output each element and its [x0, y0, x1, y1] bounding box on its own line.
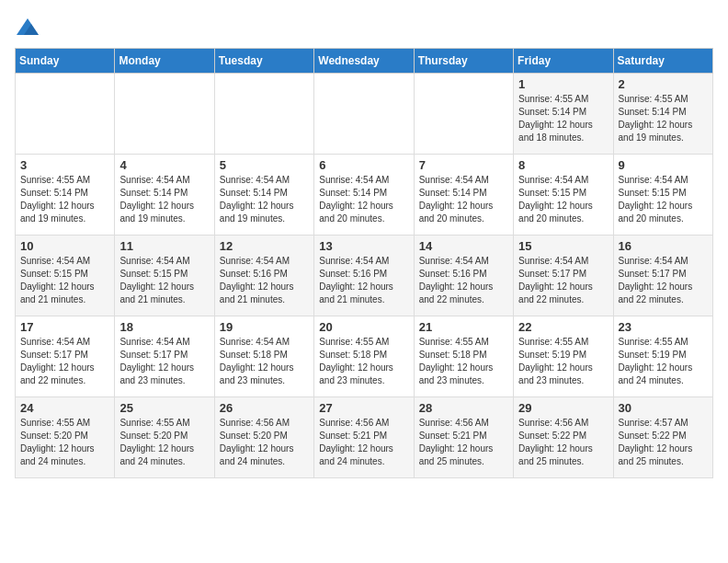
day-number: 22: [518, 320, 608, 334]
day-cell: 12Sunrise: 4:54 AM Sunset: 5:16 PM Dayli…: [214, 236, 313, 316]
day-cell: 23Sunrise: 4:55 AM Sunset: 5:19 PM Dayli…: [613, 316, 712, 397]
day-cell: 7Sunrise: 4:54 AM Sunset: 5:14 PM Daylig…: [414, 155, 513, 236]
calendar-body: 1Sunrise: 4:55 AM Sunset: 5:14 PM Daylig…: [16, 74, 713, 478]
day-cell: 29Sunrise: 4:56 AM Sunset: 5:22 PM Dayli…: [514, 397, 613, 478]
day-info: Sunrise: 4:56 AM Sunset: 5:20 PM Dayligh…: [220, 417, 309, 468]
day-number: 30: [619, 401, 708, 415]
day-info: Sunrise: 4:55 AM Sunset: 5:19 PM Dayligh…: [619, 336, 708, 387]
day-cell: 19Sunrise: 4:54 AM Sunset: 5:18 PM Dayli…: [214, 316, 313, 397]
header-day-saturday: Saturday: [613, 49, 712, 74]
day-number: 6: [319, 158, 408, 172]
day-cell: 17Sunrise: 4:54 AM Sunset: 5:17 PM Dayli…: [16, 316, 115, 397]
day-info: Sunrise: 4:55 AM Sunset: 5:20 PM Dayligh…: [119, 417, 209, 468]
day-cell: [314, 74, 414, 155]
day-info: Sunrise: 4:54 AM Sunset: 5:16 PM Dayligh…: [419, 255, 508, 306]
week-row-4: 24Sunrise: 4:55 AM Sunset: 5:20 PM Dayli…: [16, 397, 713, 478]
day-number: 28: [419, 401, 508, 415]
day-info: Sunrise: 4:55 AM Sunset: 5:14 PM Dayligh…: [518, 93, 608, 144]
day-info: Sunrise: 4:54 AM Sunset: 5:15 PM Dayligh…: [20, 255, 109, 306]
day-number: 24: [20, 401, 109, 415]
day-cell: 3Sunrise: 4:55 AM Sunset: 5:14 PM Daylig…: [16, 155, 115, 236]
day-cell: [115, 74, 214, 155]
day-number: 26: [220, 401, 309, 415]
day-number: 27: [319, 401, 408, 415]
day-number: 21: [419, 320, 508, 334]
day-info: Sunrise: 4:54 AM Sunset: 5:15 PM Dayligh…: [619, 174, 708, 225]
day-info: Sunrise: 4:54 AM Sunset: 5:15 PM Dayligh…: [518, 174, 608, 225]
day-number: 14: [419, 239, 508, 253]
header-day-monday: Monday: [115, 49, 214, 74]
header-day-wednesday: Wednesday: [314, 49, 414, 74]
day-cell: 20Sunrise: 4:55 AM Sunset: 5:18 PM Dayli…: [314, 316, 414, 397]
day-number: 13: [319, 239, 408, 253]
day-info: Sunrise: 4:55 AM Sunset: 5:14 PM Dayligh…: [20, 174, 109, 225]
day-cell: 6Sunrise: 4:54 AM Sunset: 5:14 PM Daylig…: [314, 155, 414, 236]
day-cell: [414, 74, 513, 155]
day-info: Sunrise: 4:54 AM Sunset: 5:14 PM Dayligh…: [419, 174, 508, 225]
day-info: Sunrise: 4:54 AM Sunset: 5:17 PM Dayligh…: [119, 336, 209, 387]
week-row-2: 10Sunrise: 4:54 AM Sunset: 5:15 PM Dayli…: [16, 236, 713, 316]
day-info: Sunrise: 4:55 AM Sunset: 5:19 PM Dayligh…: [518, 336, 608, 387]
logo: [15, 15, 44, 40]
day-cell: 8Sunrise: 4:54 AM Sunset: 5:15 PM Daylig…: [514, 155, 613, 236]
day-cell: 9Sunrise: 4:54 AM Sunset: 5:15 PM Daylig…: [613, 155, 712, 236]
day-cell: 4Sunrise: 4:54 AM Sunset: 5:14 PM Daylig…: [115, 155, 214, 236]
header: [15, 15, 713, 40]
day-info: Sunrise: 4:55 AM Sunset: 5:18 PM Dayligh…: [319, 336, 408, 387]
header-day-tuesday: Tuesday: [214, 49, 313, 74]
logo-icon: [15, 15, 40, 40]
day-info: Sunrise: 4:54 AM Sunset: 5:17 PM Dayligh…: [619, 255, 708, 306]
day-cell: 13Sunrise: 4:54 AM Sunset: 5:16 PM Dayli…: [314, 236, 414, 316]
day-cell: 15Sunrise: 4:54 AM Sunset: 5:17 PM Dayli…: [514, 236, 613, 316]
day-cell: 2Sunrise: 4:55 AM Sunset: 5:14 PM Daylig…: [613, 74, 712, 155]
week-row-0: 1Sunrise: 4:55 AM Sunset: 5:14 PM Daylig…: [16, 74, 713, 155]
day-info: Sunrise: 4:55 AM Sunset: 5:18 PM Dayligh…: [419, 336, 508, 387]
day-cell: 18Sunrise: 4:54 AM Sunset: 5:17 PM Dayli…: [115, 316, 214, 397]
day-info: Sunrise: 4:57 AM Sunset: 5:22 PM Dayligh…: [619, 417, 708, 468]
day-info: Sunrise: 4:54 AM Sunset: 5:18 PM Dayligh…: [220, 336, 309, 387]
day-number: 10: [20, 239, 109, 253]
day-cell: 5Sunrise: 4:54 AM Sunset: 5:14 PM Daylig…: [214, 155, 313, 236]
day-cell: 27Sunrise: 4:56 AM Sunset: 5:21 PM Dayli…: [314, 397, 414, 478]
day-cell: [214, 74, 313, 155]
day-number: 19: [220, 320, 309, 334]
header-row: SundayMondayTuesdayWednesdayThursdayFrid…: [16, 49, 713, 74]
day-cell: 28Sunrise: 4:56 AM Sunset: 5:21 PM Dayli…: [414, 397, 513, 478]
day-cell: 21Sunrise: 4:55 AM Sunset: 5:18 PM Dayli…: [414, 316, 513, 397]
day-cell: 25Sunrise: 4:55 AM Sunset: 5:20 PM Dayli…: [115, 397, 214, 478]
day-number: 12: [220, 239, 309, 253]
header-day-friday: Friday: [514, 49, 613, 74]
week-row-3: 17Sunrise: 4:54 AM Sunset: 5:17 PM Dayli…: [16, 316, 713, 397]
day-info: Sunrise: 4:54 AM Sunset: 5:16 PM Dayligh…: [220, 255, 309, 306]
day-cell: 30Sunrise: 4:57 AM Sunset: 5:22 PM Dayli…: [613, 397, 712, 478]
day-number: 29: [518, 401, 608, 415]
day-number: 17: [20, 320, 109, 334]
calendar-header: SundayMondayTuesdayWednesdayThursdayFrid…: [16, 49, 713, 74]
day-number: 5: [220, 158, 309, 172]
day-cell: 16Sunrise: 4:54 AM Sunset: 5:17 PM Dayli…: [613, 236, 712, 316]
day-info: Sunrise: 4:54 AM Sunset: 5:17 PM Dayligh…: [518, 255, 608, 306]
day-number: 1: [518, 77, 608, 91]
day-number: 11: [119, 239, 209, 253]
day-info: Sunrise: 4:54 AM Sunset: 5:14 PM Dayligh…: [119, 174, 209, 225]
day-number: 23: [619, 320, 708, 334]
day-info: Sunrise: 4:55 AM Sunset: 5:20 PM Dayligh…: [20, 417, 109, 468]
day-number: 7: [419, 158, 508, 172]
day-number: 8: [518, 158, 608, 172]
header-day-thursday: Thursday: [414, 49, 513, 74]
calendar-table: SundayMondayTuesdayWednesdayThursdayFrid…: [15, 48, 713, 478]
day-number: 4: [119, 158, 209, 172]
day-number: 16: [619, 239, 708, 253]
day-number: 15: [518, 239, 608, 253]
day-cell: 10Sunrise: 4:54 AM Sunset: 5:15 PM Dayli…: [16, 236, 115, 316]
day-number: 20: [319, 320, 408, 334]
day-info: Sunrise: 4:54 AM Sunset: 5:15 PM Dayligh…: [119, 255, 209, 306]
header-day-sunday: Sunday: [16, 49, 115, 74]
day-cell: 1Sunrise: 4:55 AM Sunset: 5:14 PM Daylig…: [514, 74, 613, 155]
day-info: Sunrise: 4:55 AM Sunset: 5:14 PM Dayligh…: [619, 93, 708, 144]
day-info: Sunrise: 4:56 AM Sunset: 5:21 PM Dayligh…: [319, 417, 408, 468]
day-info: Sunrise: 4:56 AM Sunset: 5:21 PM Dayligh…: [419, 417, 508, 468]
day-cell: 26Sunrise: 4:56 AM Sunset: 5:20 PM Dayli…: [214, 397, 313, 478]
day-number: 25: [119, 401, 209, 415]
day-info: Sunrise: 4:54 AM Sunset: 5:14 PM Dayligh…: [319, 174, 408, 225]
